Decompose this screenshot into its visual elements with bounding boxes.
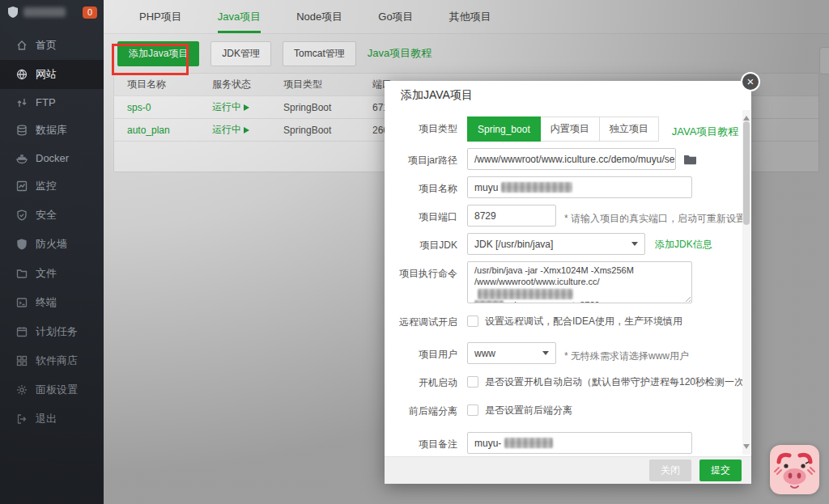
- field-label: 项目jar路径: [385, 148, 457, 167]
- tab-go[interactable]: Go项目: [360, 0, 431, 33]
- sidebar-item-firewall[interactable]: 防火墙: [0, 230, 104, 259]
- panel-logo[interactable]: 0: [0, 0, 104, 24]
- input-value: muyu-: [474, 438, 501, 449]
- user-select[interactable]: www: [467, 342, 556, 364]
- sidebar-item-label: 终端: [36, 295, 57, 310]
- sidebar-item-website[interactable]: 网站: [0, 60, 104, 89]
- project-type: SpringBoot: [270, 125, 359, 136]
- sidebar-item-label: 退出: [36, 412, 57, 426]
- edge-floating-button[interactable]: [819, 47, 829, 74]
- sidebar-item-label: 监控: [36, 179, 57, 193]
- sidebar-item-home[interactable]: 首页: [0, 31, 104, 60]
- field-label: 项目名称: [385, 176, 457, 196]
- tab-label: Go项目: [378, 10, 413, 24]
- folder-picker-icon[interactable]: [683, 154, 697, 165]
- tomcat-manage-button[interactable]: Tomcat管理: [283, 41, 356, 66]
- user-hint: * 无特殊需求请选择www用户: [564, 344, 689, 363]
- sidebar-item-label: Docker: [36, 152, 69, 164]
- toolbar: 添加Java项目 JDK管理 Tomcat管理 Java项目教程: [104, 34, 829, 73]
- tab-php[interactable]: PHP项目: [121, 0, 200, 33]
- project-note-input[interactable]: muyu-: [467, 432, 692, 454]
- cmd-line: /www/wwwroot/www.iculture.cc/: [474, 276, 685, 299]
- message-badge[interactable]: 0: [83, 6, 97, 19]
- scroll-down-icon[interactable]: [743, 444, 750, 452]
- project-port-input[interactable]: 8729: [467, 205, 556, 227]
- gear-icon: [16, 384, 28, 396]
- submit-button[interactable]: 提交: [699, 460, 742, 481]
- close-icon[interactable]: ×: [741, 72, 760, 91]
- cmd-text: g.jar --server.port=8729: [507, 300, 600, 303]
- tab-node[interactable]: Node项目: [278, 0, 360, 33]
- sidebar-item-logout[interactable]: 退出: [0, 404, 104, 434]
- sidebar-item-security[interactable]: 安全: [0, 201, 104, 230]
- boot-start-checkbox[interactable]: [467, 376, 478, 388]
- java-tutorial-modal-link[interactable]: JAVA项目教程: [672, 120, 739, 139]
- java-tutorial-link[interactable]: Java项目教程: [368, 46, 432, 61]
- close-button[interactable]: 关闭: [649, 460, 691, 481]
- sidebar-item-monitor[interactable]: 监控: [0, 172, 104, 201]
- tab-other[interactable]: 其他项目: [432, 0, 509, 33]
- firewall-shield-icon: [16, 239, 28, 250]
- tab-label: 其他项目: [449, 10, 491, 24]
- field-label: 项目JDK: [385, 233, 457, 252]
- play-icon: [244, 127, 249, 133]
- jar-path-input[interactable]: /www/wwwroot/www.iculture.cc/demo/muyu/s…: [467, 148, 676, 170]
- status-running[interactable]: 运行中: [212, 100, 270, 114]
- globe-icon: [16, 69, 28, 80]
- sidebar-item-files[interactable]: 文件: [0, 259, 104, 288]
- add-jdk-link[interactable]: 添加JDK信息: [655, 237, 712, 252]
- status-text: 运行中: [212, 100, 241, 114]
- field-label: 项目执行命令: [385, 261, 457, 281]
- scroll-up-icon[interactable]: [743, 112, 750, 121]
- sidebar-item-label: 数据库: [36, 123, 67, 138]
- panel-logo-icon: [6, 6, 19, 19]
- select-value: JDK [/usr/bin/java]: [474, 239, 553, 250]
- jdk-select[interactable]: JDK [/usr/bin/java]: [467, 233, 645, 255]
- remote-debug-checkbox[interactable]: [467, 316, 478, 327]
- play-icon: [244, 104, 249, 111]
- project-name-link[interactable]: auto_plan: [114, 125, 199, 136]
- col-type: 项目类型: [270, 78, 359, 91]
- shield-check-icon: [16, 210, 28, 221]
- field-project-note: 项目备注 muyu-: [385, 432, 743, 454]
- project-tabbar: PHP项目 Java项目 Node项目 Go项目 其他项目: [104, 0, 829, 34]
- terminal-icon: [16, 297, 28, 308]
- status-text: 运行中: [212, 123, 241, 137]
- status-running[interactable]: 运行中: [212, 123, 270, 137]
- field-project-port: 项目端口 8729 * 请输入项目的真实端口，启动可重新设置: [385, 205, 743, 227]
- modal-scrollbar[interactable]: [742, 110, 750, 455]
- add-java-project-modal: × 添加JAVA项目 项目类型 Spring_boot 内置项目 独立项目 JA…: [385, 81, 751, 484]
- pig-icon[interactable]: [769, 444, 820, 495]
- type-springboot-button[interactable]: Spring_boot: [467, 116, 541, 142]
- project-type-segment: Spring_boot 内置项目 独立项目: [467, 116, 659, 142]
- jdk-manage-button[interactable]: JDK管理: [210, 41, 271, 66]
- modal-footer: 关闭 提交: [385, 456, 751, 484]
- sidebar-item-ftp[interactable]: FTP: [0, 89, 104, 116]
- sidebar-item-docker[interactable]: Docker: [0, 145, 104, 172]
- tab-java[interactable]: Java项目: [200, 0, 278, 33]
- project-name-link[interactable]: sps-0: [114, 102, 199, 113]
- type-standalone-button[interactable]: 独立项目: [600, 116, 659, 142]
- tab-label: PHP项目: [139, 10, 182, 24]
- sidebar-item-appstore[interactable]: 软件商店: [0, 346, 104, 375]
- frontend-split-checkbox[interactable]: [467, 404, 478, 416]
- type-builtin-button[interactable]: 内置项目: [541, 116, 600, 142]
- sidebar-item-terminal[interactable]: 终端: [0, 288, 104, 317]
- project-name-input[interactable]: muyu: [467, 176, 692, 198]
- sidebar-menu: 首页 网站 FTP 数据库 Docker 监控: [0, 31, 104, 434]
- sidebar-item-label: FTP: [36, 96, 56, 108]
- field-project-name: 项目名称 muyu: [385, 176, 743, 198]
- field-project-user: 项目用户 www * 无特殊需求请选择www用户: [385, 342, 743, 364]
- cmd-line: g.jar --server.port=8729: [474, 299, 685, 303]
- scrollbar-thumb[interactable]: [743, 121, 750, 225]
- add-java-project-button[interactable]: 添加Java项目: [117, 41, 199, 66]
- field-label: 开机启动: [385, 375, 457, 390]
- field-frontend-split: 前后端分离 是否设置前后端分离: [385, 404, 743, 418]
- sidebar-item-settings[interactable]: 面板设置: [0, 375, 104, 404]
- field-label: 前后端分离: [385, 404, 457, 418]
- sidebar-item-database[interactable]: 数据库: [0, 116, 104, 145]
- sidebar-item-cron[interactable]: 计划任务: [0, 317, 104, 346]
- exec-command-textarea[interactable]: /usr/bin/java -jar -Xmx1024M -Xms256M /w…: [467, 261, 692, 303]
- tab-label: Java项目: [218, 10, 261, 24]
- chevron-down-icon: [631, 242, 638, 249]
